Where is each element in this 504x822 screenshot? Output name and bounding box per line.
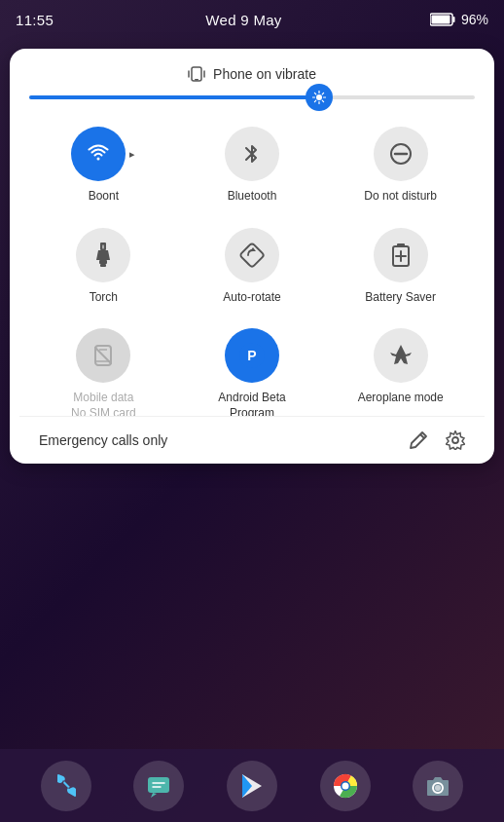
svg-line-14 bbox=[322, 93, 323, 93]
vibrate-label: Phone on vibrate bbox=[213, 66, 316, 82]
svg-point-47 bbox=[435, 785, 441, 791]
svg-line-13 bbox=[322, 100, 323, 101]
svg-marker-23 bbox=[250, 247, 256, 251]
dock-messages[interactable] bbox=[133, 761, 184, 811]
tile-circle-torch bbox=[76, 228, 130, 282]
tile-label-torch: Torch bbox=[90, 290, 118, 306]
status-time: 11:55 bbox=[16, 12, 54, 28]
svg-rect-3 bbox=[192, 67, 201, 81]
rotate-icon bbox=[239, 243, 265, 268]
emergency-text: Emergency calls only bbox=[39, 432, 167, 448]
status-icons: 96% bbox=[430, 12, 488, 27]
tile-boont[interactable]: ▸ Boont bbox=[29, 127, 178, 205]
svg-rect-19 bbox=[99, 260, 107, 264]
svg-rect-1 bbox=[452, 17, 454, 22]
svg-rect-22 bbox=[239, 243, 264, 267]
brightness-row[interactable] bbox=[10, 95, 494, 119]
svg-rect-25 bbox=[397, 243, 405, 246]
tile-torch[interactable]: Torch bbox=[29, 228, 178, 306]
quick-settings-panel: Phone on vibrate bbox=[10, 49, 494, 464]
plane-icon bbox=[388, 343, 414, 368]
tile-circle-mobile-data bbox=[76, 328, 130, 383]
wifi-icon bbox=[86, 141, 111, 167]
tile-aeroplane[interactable]: Aeroplane mode bbox=[326, 328, 475, 421]
vibrate-row: Phone on vibrate bbox=[10, 64, 494, 95]
bluetooth-icon bbox=[241, 141, 263, 167]
mobile-data-icon bbox=[91, 344, 115, 367]
camera-dock-icon bbox=[424, 772, 451, 800]
torch-icon bbox=[93, 243, 113, 268]
svg-rect-6 bbox=[195, 79, 198, 81]
bottom-bar: Emergency calls only bbox=[19, 416, 485, 464]
tile-label-autorotate: Auto-rotate bbox=[223, 290, 280, 306]
brightness-fill bbox=[29, 95, 319, 99]
tile-label-dnd: Do not disturb bbox=[364, 189, 437, 205]
tile-dnd[interactable]: Do not disturb bbox=[326, 127, 475, 205]
battery-icon bbox=[430, 13, 455, 26]
tile-circle-dnd bbox=[374, 127, 428, 181]
status-date: Wed 9 May bbox=[205, 12, 281, 28]
svg-point-7 bbox=[316, 94, 322, 100]
svg-point-45 bbox=[342, 782, 348, 789]
tile-label-aeroplane: Aeroplane mode bbox=[358, 391, 444, 406]
dock bbox=[0, 749, 504, 822]
boont-expand-icon: ▸ bbox=[129, 148, 135, 161]
tile-label-boont: Boont bbox=[89, 189, 119, 205]
bottom-icons bbox=[409, 430, 465, 450]
brightness-sun-icon bbox=[312, 91, 326, 104]
tile-circle-boont bbox=[71, 127, 126, 181]
dock-chrome[interactable] bbox=[320, 761, 371, 811]
tile-android-beta[interactable]: P Android BetaProgram bbox=[178, 328, 327, 421]
svg-rect-20 bbox=[100, 264, 106, 267]
tile-autorotate[interactable]: Auto-rotate bbox=[178, 228, 327, 306]
tile-bluetooth[interactable]: Bluetooth bbox=[178, 127, 327, 205]
chrome-dock-icon bbox=[332, 772, 359, 800]
svg-rect-36 bbox=[148, 777, 169, 793]
tile-circle-autorotate bbox=[225, 228, 279, 282]
tiles-grid: ▸ Boont Bluetooth bbox=[10, 119, 494, 436]
edit-icon[interactable] bbox=[409, 430, 428, 450]
svg-text:P: P bbox=[247, 348, 256, 363]
vibrate-icon bbox=[188, 64, 205, 84]
battery-percent: 96% bbox=[461, 12, 488, 27]
brightness-thumb[interactable] bbox=[306, 84, 333, 111]
svg-line-15 bbox=[314, 100, 315, 101]
tile-label-bluetooth: Bluetooth bbox=[228, 189, 277, 205]
tile-circle-battery-saver bbox=[374, 228, 428, 282]
phone-dock-icon bbox=[53, 772, 80, 800]
play-dock-icon bbox=[237, 771, 267, 801]
battery-saver-icon bbox=[390, 243, 412, 268]
dock-camera[interactable] bbox=[413, 761, 463, 811]
dnd-icon bbox=[388, 141, 414, 167]
tile-circle-bluetooth bbox=[225, 127, 279, 181]
svg-rect-2 bbox=[431, 16, 450, 24]
tile-mobile-data[interactable]: Mobile dataNo SIM card bbox=[29, 328, 178, 421]
tile-circle-android-beta: P bbox=[225, 328, 279, 383]
dock-play[interactable] bbox=[227, 761, 277, 811]
tile-circle-aeroplane bbox=[374, 328, 428, 383]
dock-phone[interactable] bbox=[41, 761, 91, 811]
tile-battery-saver[interactable]: Battery Saver bbox=[326, 228, 475, 306]
tile-label-battery-saver: Battery Saver bbox=[365, 290, 436, 306]
android-beta-icon: P bbox=[237, 341, 267, 370]
svg-line-12 bbox=[314, 93, 315, 93]
status-bar: 11:55 Wed 9 May 96% bbox=[0, 0, 504, 39]
brightness-slider[interactable] bbox=[29, 95, 475, 99]
messages-dock-icon bbox=[145, 772, 172, 800]
settings-icon[interactable] bbox=[446, 430, 465, 450]
svg-point-35 bbox=[452, 437, 458, 443]
